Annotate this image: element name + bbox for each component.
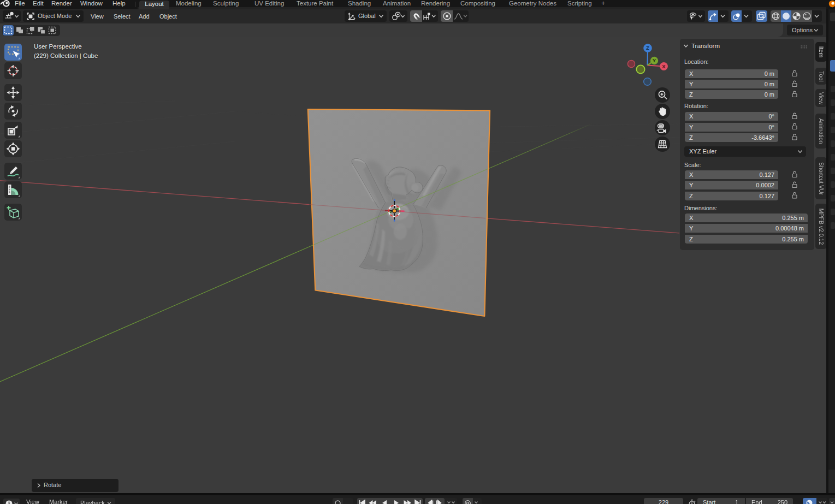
svg-text:Y: Y — [653, 57, 656, 63]
svg-text:X: X — [662, 63, 666, 69]
svg-text:Z: Z — [646, 45, 649, 51]
